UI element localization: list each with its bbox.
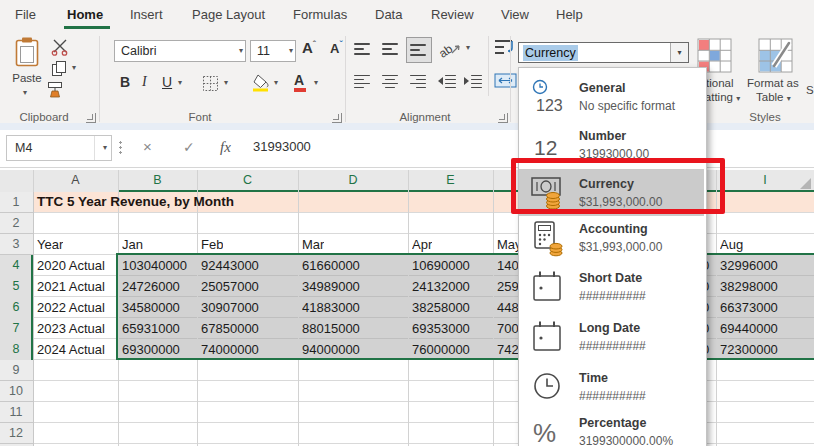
font-dialog-launcher-icon[interactable] bbox=[332, 113, 342, 123]
tab-data[interactable]: Data bbox=[375, 0, 402, 29]
fill-color-button[interactable] bbox=[252, 74, 270, 92]
tab-view[interactable]: View bbox=[501, 0, 529, 29]
row-header-5[interactable]: 5 bbox=[0, 276, 32, 297]
cell-a5[interactable]: 2021 Actual bbox=[37, 276, 105, 297]
cell-e8[interactable]: 76000000 bbox=[412, 339, 470, 360]
cell-f5-clipped[interactable]: 259 bbox=[497, 276, 518, 297]
cell-c5[interactable]: 25057000 bbox=[201, 276, 259, 297]
font-size-combo[interactable]: 11 ▾ bbox=[250, 40, 296, 62]
align-right-button[interactable] bbox=[410, 73, 426, 89]
format-option-accounting[interactable]: Accounting $31,993,000.00 bbox=[519, 217, 704, 263]
italic-button[interactable]: I bbox=[142, 74, 147, 90]
insert-function-button[interactable]: fx bbox=[220, 135, 231, 159]
cell-a8[interactable]: 2024 Actual bbox=[37, 339, 105, 360]
underline-button[interactable]: U bbox=[162, 74, 172, 90]
row-header-7[interactable]: 7 bbox=[0, 318, 32, 339]
shrink-font-button[interactable]: Aˇ bbox=[330, 39, 342, 56]
cell-f7-clipped[interactable]: 700 bbox=[497, 318, 518, 339]
decrease-indent-button[interactable] bbox=[438, 73, 456, 89]
tab-file[interactable]: File bbox=[15, 0, 36, 29]
cancel-button[interactable]: × bbox=[143, 135, 152, 159]
cell-d6[interactable]: 41883000 bbox=[302, 297, 360, 318]
tab-page-layout[interactable]: Page Layout bbox=[192, 0, 265, 29]
cell-i4[interactable]: 32996000 bbox=[720, 255, 778, 276]
cell-d5[interactable]: 34989000 bbox=[302, 276, 360, 297]
row-header-11[interactable]: 11 bbox=[0, 402, 32, 423]
row-header-9[interactable]: 9 bbox=[0, 360, 32, 381]
format-option-long-date[interactable]: Long Date ########## bbox=[519, 316, 704, 362]
cell-i6[interactable]: 66373000 bbox=[720, 297, 778, 318]
cell-i5[interactable]: 38298000 bbox=[720, 276, 778, 297]
cell-a3[interactable]: Year bbox=[37, 234, 63, 255]
copy-button[interactable] bbox=[51, 60, 68, 77]
cell-f4-clipped[interactable]: 140 bbox=[497, 255, 518, 276]
column-header-a[interactable]: A bbox=[33, 170, 118, 191]
cell-b6[interactable]: 34580000 bbox=[122, 297, 180, 318]
copy-chevron-icon[interactable]: ▾ bbox=[72, 63, 76, 72]
top-align-button[interactable] bbox=[354, 41, 370, 57]
row-header-10[interactable]: 10 bbox=[0, 381, 32, 402]
middle-align-button[interactable] bbox=[382, 41, 398, 57]
format-as-table-label-line1[interactable]: Format as bbox=[747, 77, 799, 89]
cut-button[interactable] bbox=[50, 39, 70, 56]
format-option-general[interactable]: 123 General No specific format bbox=[519, 76, 704, 122]
fill-color-chevron-icon[interactable]: ▾ bbox=[274, 78, 278, 87]
cell-b7[interactable]: 65931000 bbox=[122, 318, 180, 339]
orientation-chevron-icon[interactable]: ▾ bbox=[466, 43, 470, 52]
cell-e4[interactable]: 10690000 bbox=[412, 255, 470, 276]
column-header-c[interactable]: C bbox=[197, 170, 298, 191]
format-option-time[interactable]: Time ########## bbox=[519, 366, 704, 412]
format-as-table-icon[interactable] bbox=[758, 38, 794, 74]
row-header-6[interactable]: 6 bbox=[0, 297, 32, 318]
cell-e3[interactable]: Apr bbox=[412, 234, 432, 255]
merge-center-button[interactable] bbox=[494, 73, 518, 89]
cell-styles-clipped-label[interactable]: S bbox=[806, 84, 814, 96]
cell-b3[interactable]: Jan bbox=[122, 234, 143, 255]
name-box[interactable]: M4 ▾ bbox=[6, 135, 112, 161]
borders-chevron-icon[interactable]: ▾ bbox=[224, 78, 228, 87]
enter-button[interactable]: ✓ bbox=[183, 135, 195, 159]
cell-e6[interactable]: 38258000 bbox=[412, 297, 470, 318]
clipboard-dialog-launcher-icon[interactable] bbox=[86, 113, 96, 123]
tab-help[interactable]: Help bbox=[556, 0, 583, 29]
font-name-combo[interactable]: Calibri ▾ bbox=[114, 40, 246, 62]
tab-formulas[interactable]: Formulas bbox=[293, 0, 347, 29]
format-as-table-label-line2[interactable]: Table ▾ bbox=[756, 91, 791, 103]
number-format-chevron-icon[interactable]: ▾ bbox=[670, 43, 688, 62]
cell-d8[interactable]: 94000000 bbox=[302, 339, 360, 360]
row-header-8[interactable]: 8 bbox=[0, 339, 32, 360]
cell-d4[interactable]: 61660000 bbox=[302, 255, 360, 276]
grow-font-button[interactable]: Aˆ bbox=[302, 39, 316, 56]
cell-i7[interactable]: 69440000 bbox=[720, 318, 778, 339]
underline-chevron-icon[interactable]: ▾ bbox=[178, 78, 182, 87]
formula-bar-grip[interactable] bbox=[119, 140, 122, 156]
column-header-e[interactable]: E bbox=[408, 170, 493, 191]
cell-a6[interactable]: 2022 Actual bbox=[37, 297, 105, 318]
tab-home[interactable]: Home bbox=[67, 0, 103, 29]
font-color-chevron-icon[interactable]: ▾ bbox=[314, 78, 318, 87]
formula-input[interactable]: 31993000 bbox=[253, 135, 311, 159]
cell-b5[interactable]: 24726000 bbox=[122, 276, 180, 297]
format-option-short-date[interactable]: Short Date ########## bbox=[519, 266, 704, 312]
row-header-3[interactable]: 3 bbox=[0, 234, 32, 255]
cell-f8-clipped[interactable]: 742 bbox=[497, 339, 518, 360]
cell-d7[interactable]: 88015000 bbox=[302, 318, 360, 339]
align-left-button[interactable] bbox=[354, 73, 370, 89]
wrap-text-button[interactable] bbox=[494, 38, 516, 58]
format-option-percentage[interactable]: % Percentage 3199300000.00% bbox=[519, 411, 704, 446]
cell-a4[interactable]: 2020 Actual bbox=[37, 255, 105, 276]
cell-c4[interactable]: 92443000 bbox=[201, 255, 259, 276]
cell-b4[interactable]: 103040000 bbox=[122, 255, 187, 276]
cell-d3[interactable]: Mar bbox=[302, 234, 324, 255]
cell-c7[interactable]: 67850000 bbox=[201, 318, 259, 339]
tab-insert[interactable]: Insert bbox=[130, 0, 163, 29]
row-header-1[interactable]: 1 bbox=[0, 192, 32, 213]
font-color-button[interactable]: A bbox=[294, 72, 304, 88]
cell-b8[interactable]: 69300000 bbox=[122, 339, 180, 360]
name-box-chevron-icon[interactable]: ▾ bbox=[103, 136, 107, 160]
alignment-dialog-launcher-icon[interactable] bbox=[498, 113, 508, 123]
cell-c6[interactable]: 30907000 bbox=[201, 297, 259, 318]
column-header-b[interactable]: B bbox=[118, 170, 197, 191]
cell-i8[interactable]: 72300000 bbox=[720, 339, 778, 360]
cell-a7[interactable]: 2023 Actual bbox=[37, 318, 105, 339]
